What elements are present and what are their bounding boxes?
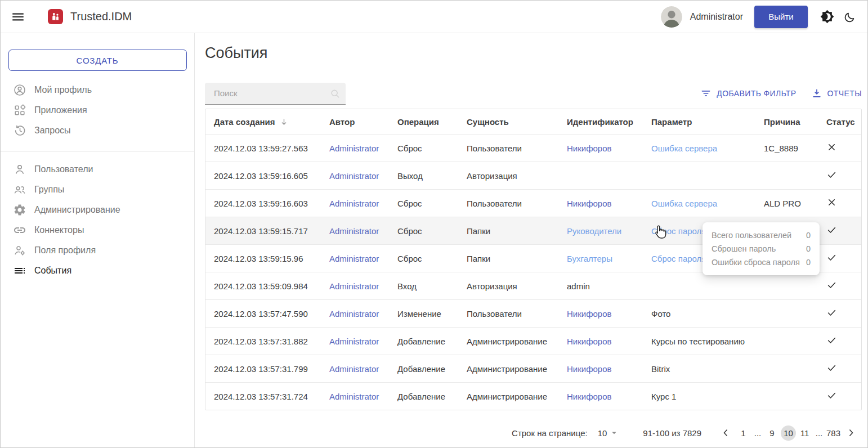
user-icon bbox=[13, 163, 26, 176]
cell-entity: Администрирование bbox=[458, 337, 558, 346]
column-label: Дата создания bbox=[214, 117, 275, 127]
create-button[interactable]: СОЗДАТЬ bbox=[8, 50, 187, 71]
topbar: Trusted.IDM Administrator Выйти bbox=[1, 1, 867, 33]
cell-author[interactable]: Administrator bbox=[321, 254, 389, 263]
table-row[interactable]: 2024.12.03 13:59:27.563AdministratorСбро… bbox=[205, 135, 861, 162]
cell-status bbox=[818, 280, 861, 292]
cell-author[interactable]: Administrator bbox=[321, 337, 389, 346]
moon-icon[interactable] bbox=[843, 10, 857, 24]
cell-author[interactable]: Administrator bbox=[321, 144, 389, 153]
table-row[interactable]: 2024.12.03 13:57:47.590AdministratorИзме… bbox=[205, 300, 861, 328]
table-row[interactable]: 2024.12.03 13:59:09.984AdministratorВход… bbox=[205, 272, 861, 300]
table-row[interactable]: 2024.12.03 13:59:16.605AdministratorВыхо… bbox=[205, 162, 861, 190]
pagination-page-1[interactable]: 1 bbox=[736, 425, 751, 441]
brightness-icon[interactable] bbox=[820, 10, 834, 24]
check-icon bbox=[826, 307, 837, 318]
cell-status bbox=[818, 142, 861, 154]
sidebar-item-events[interactable]: События bbox=[1, 261, 194, 281]
column-header-author[interactable]: Автор bbox=[321, 117, 389, 127]
cell-identifier[interactable]: Бухгалтеры bbox=[558, 254, 643, 263]
column-label: Сущность bbox=[467, 117, 509, 127]
column-header-date[interactable]: Дата создания bbox=[205, 117, 321, 127]
toolbar-actions: ДОБАВИТЬ ФИЛЬТР ОТЧЕТЫ bbox=[700, 88, 862, 99]
logout-button[interactable]: Выйти bbox=[754, 6, 808, 28]
sidebar-item-users[interactable]: Пользователи bbox=[1, 159, 194, 180]
reports-button[interactable]: ОТЧЕТЫ bbox=[811, 88, 862, 99]
table-row[interactable]: 2024.12.03 13:57:31.882AdministratorДоба… bbox=[205, 328, 861, 355]
pagination-ellipsis: ... bbox=[751, 428, 764, 438]
cell-status bbox=[818, 197, 861, 209]
sidebar-item-apps[interactable]: Приложения bbox=[1, 100, 194, 120]
cell-parameter: Фото bbox=[643, 309, 755, 319]
chevron-right-icon[interactable] bbox=[845, 427, 857, 438]
search-box[interactable] bbox=[205, 83, 346, 105]
sidebar-item-my-profile[interactable]: Мой профиль bbox=[1, 80, 194, 100]
table-row[interactable]: 2024.12.03 13:57:31.724AdministratorДоба… bbox=[205, 383, 861, 410]
check-icon bbox=[826, 252, 837, 263]
table-row[interactable]: 2024.12.03 13:57:31.799AdministratorДоба… bbox=[205, 355, 861, 383]
cell-identifier[interactable]: Руководители bbox=[558, 226, 643, 236]
cell-identifier[interactable]: Никифоров bbox=[558, 309, 643, 319]
cell-author[interactable]: Administrator bbox=[321, 226, 389, 236]
sidebar-item-administration[interactable]: Администрирование bbox=[1, 200, 194, 220]
column-header-parameter[interactable]: Параметр bbox=[643, 117, 755, 127]
rows-per-page-select[interactable]: 10 bbox=[598, 428, 620, 438]
cross-icon bbox=[826, 197, 837, 208]
cell-date: 2024.12.03 13:57:31.882 bbox=[205, 337, 321, 346]
cell-entity: Администрирование bbox=[458, 364, 558, 374]
cell-author[interactable]: Administrator bbox=[321, 309, 389, 319]
sidebar-item-label: Группы bbox=[34, 185, 64, 195]
cell-date: 2024.12.03 13:57:31.724 bbox=[205, 392, 321, 401]
cell-date: 2024.12.03 13:57:47.590 bbox=[205, 309, 321, 319]
add-filter-label: ДОБАВИТЬ ФИЛЬТР bbox=[717, 89, 796, 98]
check-icon bbox=[826, 280, 837, 290]
sidebar-divider bbox=[1, 151, 194, 151]
pagination-page-10[interactable]: 10 bbox=[781, 425, 796, 441]
sort-desc-icon bbox=[279, 117, 289, 127]
dropdown-arrow-icon bbox=[609, 428, 619, 438]
sidebar-item-requests[interactable]: Запросы bbox=[1, 120, 194, 141]
cell-author[interactable]: Administrator bbox=[321, 199, 389, 208]
link-icon bbox=[13, 223, 26, 237]
cell-identifier[interactable]: Никифоров bbox=[558, 337, 643, 346]
cell-parameter[interactable]: Ошибка сервера bbox=[643, 199, 755, 208]
cell-date: 2024.12.03 13:59:09.984 bbox=[205, 281, 321, 291]
cell-entity: Авторизация bbox=[458, 281, 558, 291]
sidebar-item-profile-fields[interactable]: Поля профиля bbox=[1, 240, 194, 261]
cell-identifier[interactable]: Никифоров bbox=[558, 364, 643, 374]
sidebar-item-groups[interactable]: Группы bbox=[1, 180, 194, 200]
cell-identifier[interactable]: Никифоров bbox=[558, 199, 643, 208]
sidebar-menu: Мой профильПриложенияЗапросы Пользовател… bbox=[1, 71, 194, 281]
cell-author[interactable]: Administrator bbox=[321, 392, 389, 401]
cell-parameter[interactable]: Ошибка сервера bbox=[643, 144, 755, 153]
sidebar-item-connectors[interactable]: Коннекторы bbox=[1, 220, 194, 240]
table-row[interactable]: 2024.12.03 13:59:16.603AdministratorСбро… bbox=[205, 190, 861, 217]
add-filter-button[interactable]: ДОБАВИТЬ ФИЛЬТР bbox=[700, 88, 796, 99]
cell-identifier[interactable]: Никифоров bbox=[558, 144, 643, 153]
avatar[interactable] bbox=[661, 6, 682, 28]
column-header-reason[interactable]: Причина bbox=[755, 117, 818, 127]
cell-author[interactable]: Administrator bbox=[321, 171, 389, 181]
column-header-identifier[interactable]: Идентификатор bbox=[558, 117, 643, 127]
tooltip-value: 0 bbox=[806, 256, 811, 269]
pagination-page-9[interactable]: 9 bbox=[764, 425, 780, 441]
column-header-operation[interactable]: Операция bbox=[389, 117, 458, 127]
topbar-right: Administrator Выйти bbox=[661, 6, 858, 28]
search-input[interactable] bbox=[213, 88, 325, 98]
cell-status bbox=[818, 335, 861, 347]
menu-icon[interactable] bbox=[11, 10, 25, 24]
cell-author[interactable]: Administrator bbox=[321, 364, 389, 374]
pagination-page-11[interactable]: 11 bbox=[797, 425, 812, 441]
cell-identifier[interactable]: Никифоров bbox=[558, 392, 643, 401]
pagination-page-783[interactable]: 783 bbox=[826, 425, 841, 441]
cell-entity: Папки bbox=[458, 254, 558, 263]
cell-reason: 1C_8889 bbox=[755, 144, 818, 153]
cell-status bbox=[818, 390, 861, 402]
chevron-left-icon[interactable] bbox=[720, 427, 731, 438]
column-label: Идентификатор bbox=[567, 117, 633, 127]
column-header-entity[interactable]: Сущность bbox=[458, 117, 558, 127]
cell-operation: Выход bbox=[389, 171, 458, 181]
column-header-status[interactable]: Статус bbox=[818, 117, 861, 127]
cell-author[interactable]: Administrator bbox=[321, 281, 389, 291]
sidebar-item-label: Мой профиль bbox=[34, 85, 92, 95]
